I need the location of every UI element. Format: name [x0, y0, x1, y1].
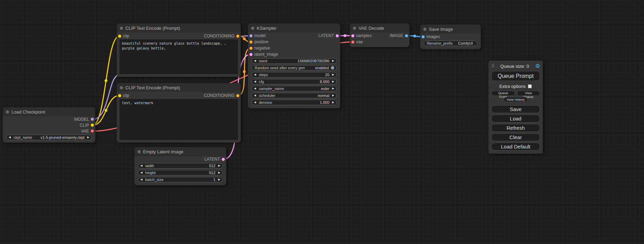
- ckpt-name-widget[interactable]: ◀ ckpt_name v1-5-pruned-emaonly.ckpt ▶: [6, 135, 92, 140]
- view-history-button[interactable]: View History: [504, 97, 528, 102]
- latent-output-port[interactable]: [336, 34, 339, 37]
- view-queue-button[interactable]: View Queue: [517, 91, 540, 96]
- node-title-bar[interactable]: CLIP Text Encode (Prompt): [117, 83, 241, 92]
- refresh-button[interactable]: Refresh: [491, 124, 540, 132]
- node-vae-decode[interactable]: VAE Decode samples IMAGE vae: [350, 24, 409, 47]
- node-title-bar[interactable]: VAE Decode: [350, 24, 409, 33]
- latent-output-port[interactable]: [222, 158, 225, 161]
- clip-input-port[interactable]: [118, 35, 121, 38]
- model-input-port[interactable]: [249, 34, 253, 37]
- widget-label: denoise: [259, 100, 272, 105]
- conditioning-output-port[interactable]: [236, 35, 239, 38]
- decrease-arrow-icon[interactable]: ◀: [254, 94, 256, 97]
- negative-input-port[interactable]: [249, 47, 253, 50]
- batch-size-widget[interactable]: ◀ batch_size 1 ▶: [138, 177, 223, 182]
- negative-prompt-textarea[interactable]: text, watermark: [120, 99, 238, 140]
- input-label-clip: clip: [123, 93, 129, 98]
- random-seed-toggle[interactable]: Random seed after every gen enabled: [252, 65, 337, 71]
- widget-label: width: [145, 164, 154, 168]
- node-graph-canvas[interactable]: Load Checkpoint MODEL CLIP VAE ◀ ckpt_na…: [0, 0, 644, 244]
- increase-arrow-icon[interactable]: ▶: [218, 178, 220, 181]
- decrease-arrow-icon[interactable]: ◀: [140, 171, 142, 174]
- decrease-arrow-icon[interactable]: ◀: [254, 101, 256, 104]
- node-status-dot-icon[interactable]: [120, 27, 123, 30]
- node-clip-text-encode-positive[interactable]: CLIP Text Encode (Prompt) clip CONDITION…: [117, 24, 241, 77]
- node-empty-latent-image[interactable]: Empty Latent Image LATENT ◀ width 512 ▶ …: [134, 147, 226, 185]
- node-title: Load Checkpoint: [11, 109, 45, 115]
- node-ksampler[interactable]: KSampler model LATENT positive negative …: [248, 24, 340, 108]
- node-load-checkpoint[interactable]: Load Checkpoint MODEL CLIP VAE ◀ ckpt_na…: [3, 107, 95, 143]
- load-default-button[interactable]: Load Default: [491, 143, 540, 151]
- increase-arrow-icon[interactable]: ▶: [218, 171, 220, 174]
- filename-prefix-widget[interactable]: filename_prefix ComfyUI: [424, 40, 477, 46]
- menu-actions: Save Load Refresh Clear Load Default: [491, 105, 540, 151]
- increase-arrow-icon[interactable]: ▶: [332, 94, 334, 97]
- queue-buttons-row: Queue Front View Queue: [491, 91, 540, 96]
- clear-button[interactable]: Clear: [491, 133, 540, 141]
- latent-image-input-port[interactable]: [249, 53, 253, 56]
- images-input-port[interactable]: [422, 35, 425, 38]
- conditioning-output-port[interactable]: [236, 94, 239, 97]
- node-status-dot-icon[interactable]: [251, 27, 254, 30]
- scheduler-widget[interactable]: ◀ scheduler normal ▶: [252, 93, 337, 98]
- increase-arrow-icon[interactable]: ▶: [332, 101, 334, 104]
- node-status-dot-icon[interactable]: [120, 86, 123, 89]
- height-widget[interactable]: ◀ height 512 ▶: [138, 170, 223, 175]
- save-button[interactable]: Save: [491, 105, 540, 113]
- image-output-port[interactable]: [405, 34, 408, 37]
- increase-arrow-icon[interactable]: ▶: [332, 87, 334, 90]
- increase-arrow-icon[interactable]: ▶: [332, 73, 334, 76]
- sampler-name-widget[interactable]: ◀ sampler_name euler ▶: [252, 86, 337, 91]
- node-title-bar[interactable]: Load Checkpoint: [3, 107, 95, 116]
- input-label-samples: samples: [356, 33, 372, 38]
- node-title-bar[interactable]: KSampler: [248, 24, 340, 33]
- increase-arrow-icon[interactable]: ▶: [87, 136, 89, 139]
- increase-arrow-icon[interactable]: ▶: [332, 60, 334, 62]
- positive-prompt-textarea[interactable]: beautiful scenery nature glass bottle la…: [120, 39, 238, 74]
- queue-prompt-button[interactable]: Queue Prompt: [491, 71, 540, 81]
- node-clip-text-encode-negative[interactable]: CLIP Text Encode (Prompt) clip CONDITION…: [117, 83, 241, 143]
- input-label-latent-image: latent_image: [254, 52, 278, 57]
- node-save-image[interactable]: Save Image images filename_prefix ComfyU…: [420, 25, 481, 49]
- model-output-port[interactable]: [91, 118, 94, 121]
- increase-arrow-icon[interactable]: ▶: [218, 164, 220, 167]
- decrease-arrow-icon[interactable]: ◀: [9, 136, 11, 139]
- denoise-widget[interactable]: ◀ denoise 1.000 ▶: [252, 100, 337, 105]
- increase-arrow-icon[interactable]: ▶: [332, 80, 334, 83]
- widget-value: euler: [284, 87, 329, 91]
- widget-label: filename_prefix: [427, 41, 453, 45]
- decrease-arrow-icon[interactable]: ◀: [140, 164, 142, 167]
- decrease-arrow-icon[interactable]: ◀: [140, 178, 142, 181]
- seed-widget[interactable]: ◀ seed 156680208700286 ▶: [252, 58, 337, 64]
- decrease-arrow-icon[interactable]: ◀: [254, 73, 256, 76]
- width-widget[interactable]: ◀ width 512 ▶: [138, 163, 223, 169]
- decrease-arrow-icon[interactable]: ◀: [254, 80, 256, 83]
- clip-input-port[interactable]: [118, 94, 121, 97]
- node-title-bar[interactable]: Empty Latent Image: [134, 147, 226, 156]
- samples-input-port[interactable]: [351, 34, 354, 37]
- queue-front-button[interactable]: Queue Front: [491, 91, 515, 96]
- input-label-negative: negative: [254, 46, 270, 51]
- steps-widget[interactable]: ◀ steps 20 ▶: [252, 72, 337, 78]
- cfg-widget[interactable]: ◀ cfg 8.000 ▶: [252, 79, 337, 84]
- widget-value: 1: [164, 178, 215, 182]
- menu-drag-handle-icon[interactable]: ⠿: [491, 64, 494, 69]
- node-status-dot-icon[interactable]: [138, 150, 141, 153]
- node-status-dot-icon[interactable]: [6, 110, 9, 114]
- link-midpoint-dot: [243, 70, 246, 73]
- node-status-dot-icon[interactable]: [423, 28, 426, 31]
- decrease-arrow-icon[interactable]: ◀: [254, 60, 256, 62]
- toggle-dot-icon[interactable]: [331, 66, 334, 70]
- clip-output-port[interactable]: [91, 124, 94, 127]
- node-title-bar[interactable]: Save Image: [420, 25, 481, 34]
- vae-input-port[interactable]: [351, 40, 354, 44]
- vae-output-port[interactable]: [91, 129, 94, 133]
- load-button[interactable]: Load: [491, 115, 540, 123]
- positive-input-port[interactable]: [249, 40, 253, 44]
- decrease-arrow-icon[interactable]: ◀: [254, 87, 256, 90]
- widget-label: steps: [259, 73, 268, 77]
- node-title-bar[interactable]: CLIP Text Encode (Prompt): [117, 24, 241, 33]
- node-status-dot-icon[interactable]: [353, 27, 356, 30]
- extra-options-checkbox[interactable]: [528, 84, 532, 88]
- settings-gear-icon[interactable]: ⚙: [535, 63, 540, 69]
